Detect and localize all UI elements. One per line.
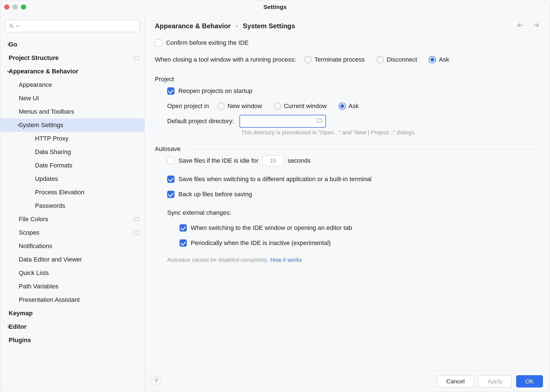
sync-label: Sync external changes: bbox=[167, 209, 231, 216]
sidebar-item-passwords[interactable]: Passwords bbox=[0, 199, 145, 213]
closing-terminate-label: Terminate process bbox=[314, 56, 365, 63]
nav-back-icon[interactable] bbox=[517, 22, 524, 30]
sidebar-item-new-ui[interactable]: New UI bbox=[0, 92, 145, 105]
sidebar-item-scopes[interactable]: Scopes bbox=[0, 226, 145, 239]
autosave-section-label: Autosave bbox=[155, 145, 540, 153]
sync-periodic-label: Periodically when the IDE is inactive (e… bbox=[191, 239, 331, 247]
reopen-checkbox[interactable] bbox=[167, 87, 174, 95]
sidebar-item-project-structure[interactable]: Project Structure bbox=[0, 51, 145, 65]
save-idle-label-post: seconds bbox=[288, 157, 311, 164]
project-section-label: Project bbox=[155, 76, 540, 83]
sidebar-item-http-proxy[interactable]: HTTP Proxy bbox=[0, 132, 145, 145]
open-new-window-radio[interactable] bbox=[217, 102, 225, 110]
sidebar-item-date-formats[interactable]: Date Formats bbox=[0, 159, 145, 172]
sidebar-item-appearance-behavior[interactable]: Appearance & Behavior bbox=[0, 65, 145, 78]
breadcrumb-current: System Settings bbox=[243, 22, 295, 30]
sync-periodic-checkbox[interactable] bbox=[180, 239, 187, 247]
sidebar-item-label: HTTP Proxy bbox=[35, 135, 68, 142]
help-button[interactable]: ? bbox=[152, 377, 160, 386]
sidebar-item-label: Data Editor and Viewer bbox=[19, 256, 82, 263]
settings-window: Settings GoProject StructureAppearance &… bbox=[0, 0, 550, 392]
sidebar-item-keymap[interactable]: Keymap bbox=[0, 307, 145, 320]
sidebar-item-updates[interactable]: Updates bbox=[0, 172, 145, 186]
apply-button[interactable]: Apply bbox=[478, 375, 512, 388]
default-dir-hint: This directory is preselected in "Open..… bbox=[241, 129, 416, 136]
settings-search-input[interactable] bbox=[5, 20, 140, 32]
sidebar-item-appearance[interactable]: Appearance bbox=[0, 78, 145, 92]
open-project-label: Open project in bbox=[167, 102, 209, 110]
sidebar-item-label: Plugins bbox=[9, 337, 31, 344]
sidebar-item-label: Appearance & Behavior bbox=[9, 68, 78, 75]
search-icon bbox=[9, 23, 20, 29]
sidebar-item-label: Passwords bbox=[35, 202, 65, 209]
window-title: Settings bbox=[0, 4, 550, 10]
sidebar-item-label: Keymap bbox=[9, 310, 33, 317]
titlebar: Settings bbox=[0, 0, 550, 14]
sidebar-item-label: Appearance bbox=[19, 81, 52, 88]
ok-button[interactable]: OK bbox=[516, 375, 543, 388]
closing-disconnect-radio[interactable] bbox=[377, 56, 384, 63]
cancel-button[interactable]: Cancel bbox=[437, 375, 474, 388]
sidebar-item-data-sharing[interactable]: Data Sharing bbox=[0, 145, 145, 159]
autosave-note: Autosave cannot be disabled completely. bbox=[167, 257, 270, 263]
chevron-down-icon[interactable] bbox=[0, 65, 17, 78]
sidebar-item-presentation-assistant[interactable]: Presentation Assistant bbox=[0, 293, 145, 307]
svg-line-1 bbox=[12, 27, 14, 28]
sidebar-item-label: Notifications bbox=[19, 242, 52, 250]
reopen-label: Reopen projects on startup bbox=[178, 87, 252, 95]
sidebar-item-system-settings[interactable]: System Settings bbox=[0, 118, 145, 132]
backup-label: Back up files before saving bbox=[178, 191, 252, 198]
save-idle-checkbox[interactable] bbox=[167, 157, 174, 164]
sidebar-item-file-colors[interactable]: File Colors bbox=[0, 213, 145, 226]
sidebar-item-label: Scopes bbox=[19, 229, 39, 236]
chevron-down-icon bbox=[15, 23, 20, 29]
default-dir-input[interactable] bbox=[239, 115, 326, 128]
sidebar-item-label: Presentation Assistant bbox=[19, 296, 80, 304]
chevron-right-icon: › bbox=[236, 22, 238, 30]
open-ask-radio[interactable] bbox=[339, 102, 346, 110]
save-switch-label: Save files when switching to a different… bbox=[178, 176, 371, 183]
open-new-window-label: New window bbox=[227, 102, 262, 110]
sidebar-item-go[interactable]: Go bbox=[0, 38, 145, 51]
chevron-right-icon[interactable] bbox=[0, 320, 17, 333]
sidebar-item-label: File Colors bbox=[19, 216, 48, 223]
sidebar-item-label: New UI bbox=[19, 95, 39, 102]
chevron-down-icon[interactable] bbox=[10, 118, 27, 132]
sidebar-item-quick-lists[interactable]: Quick Lists bbox=[0, 266, 145, 280]
backup-checkbox[interactable] bbox=[167, 191, 174, 198]
autosave-how-it-works-link[interactable]: How it works bbox=[270, 257, 302, 263]
sidebar-item-label: Menus and Toolbars bbox=[19, 108, 74, 115]
confirm-exit-checkbox[interactable] bbox=[155, 39, 162, 46]
sidebar-item-menus-and-toolbars[interactable]: Menus and Toolbars bbox=[0, 105, 145, 118]
settings-tree: GoProject StructureAppearance & Behavior… bbox=[0, 36, 145, 392]
sync-switch-label: When switching to the IDE window or open… bbox=[191, 224, 352, 232]
closing-ask-radio[interactable] bbox=[429, 56, 436, 63]
save-idle-label-pre: Save files if the IDE is idle for bbox=[178, 157, 258, 164]
chevron-right-icon[interactable] bbox=[0, 38, 17, 51]
sidebar-item-label: Process Elevation bbox=[35, 189, 84, 196]
open-current-window-radio[interactable] bbox=[274, 102, 281, 110]
scope-pill-icon bbox=[134, 217, 139, 221]
sidebar-item-plugins[interactable]: Plugins bbox=[0, 333, 145, 347]
idle-seconds-input[interactable] bbox=[262, 155, 284, 166]
breadcrumb-parent[interactable]: Appearance & Behavior bbox=[155, 22, 231, 30]
sidebar-item-data-editor-and-viewer[interactable]: Data Editor and Viewer bbox=[0, 253, 145, 266]
sidebar-item-editor[interactable]: Editor bbox=[0, 320, 145, 333]
sync-switch-checkbox[interactable] bbox=[180, 224, 187, 232]
save-switch-checkbox[interactable] bbox=[167, 176, 174, 183]
sidebar-item-label: Project Structure bbox=[9, 54, 59, 62]
sidebar-item-process-elevation[interactable]: Process Elevation bbox=[0, 186, 145, 199]
default-dir-label: Default project directory: bbox=[167, 118, 234, 125]
sidebar-item-label: Path Variables bbox=[19, 283, 58, 290]
settings-sidebar: GoProject StructureAppearance & Behavior… bbox=[0, 14, 145, 392]
svg-point-0 bbox=[10, 24, 12, 27]
sidebar-item-notifications[interactable]: Notifications bbox=[0, 239, 145, 253]
closing-tool-label: When closing a tool window with a runnin… bbox=[155, 56, 296, 63]
folder-icon[interactable] bbox=[316, 118, 323, 125]
closing-ask-label: Ask bbox=[439, 56, 449, 63]
scope-pill-icon bbox=[134, 231, 139, 235]
sidebar-item-path-variables[interactable]: Path Variables bbox=[0, 280, 145, 293]
closing-terminate-radio[interactable] bbox=[304, 56, 312, 63]
breadcrumb: Appearance & Behavior › System Settings bbox=[155, 22, 295, 30]
nav-forward-icon bbox=[532, 22, 540, 30]
